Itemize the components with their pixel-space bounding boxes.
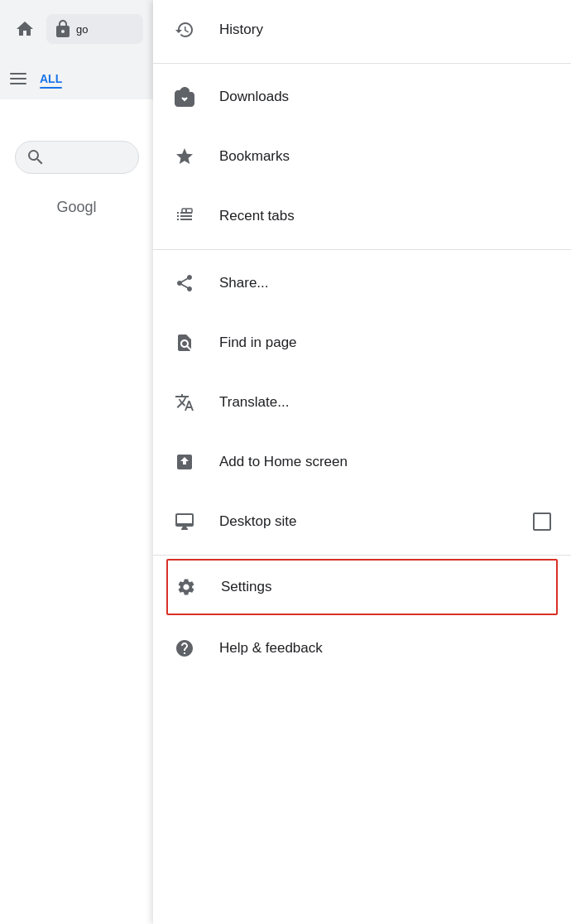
home-icon xyxy=(15,19,35,39)
svg-rect-1 xyxy=(182,209,186,213)
menu-item-bookmarks[interactable]: Bookmarks xyxy=(153,127,571,186)
menu-item-find-in-page[interactable]: Find in page xyxy=(153,313,571,373)
share-icon xyxy=(173,272,196,295)
settings-label: Settings xyxy=(221,579,549,595)
divider-after-desktop-site xyxy=(153,555,571,556)
divider-after-history xyxy=(153,63,571,64)
bookmarks-icon xyxy=(173,145,196,168)
desktop-site-icon xyxy=(173,510,196,533)
recent-tabs-icon xyxy=(173,205,196,228)
search-icon xyxy=(26,147,46,167)
share-label: Share... xyxy=(219,275,551,291)
url-text: go xyxy=(76,23,88,36)
downloads-label: Downloads xyxy=(219,89,551,105)
find-in-page-label: Find in page xyxy=(219,334,551,351)
history-label: History xyxy=(219,22,551,38)
settings-icon xyxy=(175,575,198,599)
search-bar[interactable] xyxy=(15,141,139,174)
menu-item-share[interactable]: Share... xyxy=(153,253,571,313)
google-text: Googl xyxy=(56,199,96,216)
bookmarks-label: Bookmarks xyxy=(219,148,551,165)
all-tab[interactable]: ALL xyxy=(40,72,62,85)
menu-item-add-home[interactable]: Add to Home screen xyxy=(153,432,571,492)
menu-item-recent-tabs[interactable]: Recent tabs xyxy=(153,186,571,246)
help-icon xyxy=(173,637,196,660)
recent-tabs-label: Recent tabs xyxy=(219,208,551,224)
content-panel: Googl xyxy=(0,99,153,924)
menu-item-settings[interactable]: Settings xyxy=(166,559,558,615)
hamburger-menu[interactable] xyxy=(10,73,26,84)
downloads-icon xyxy=(173,85,196,108)
find-in-page-icon xyxy=(173,331,196,354)
menu-item-history[interactable]: History xyxy=(153,0,571,60)
top-bar: go xyxy=(0,0,153,58)
lock-icon xyxy=(53,19,73,39)
dropdown-menu: History Downloads Bookmarks xyxy=(153,0,571,924)
translate-icon xyxy=(173,391,196,414)
menu-item-desktop-site[interactable]: Desktop site xyxy=(153,492,571,551)
desktop-site-checkbox[interactable] xyxy=(533,513,551,531)
translate-label: Translate... xyxy=(219,394,551,411)
svg-rect-0 xyxy=(186,209,192,213)
home-button[interactable] xyxy=(10,14,40,44)
help-label: Help & feedback xyxy=(219,640,551,657)
add-home-label: Add to Home screen xyxy=(219,454,551,470)
history-icon xyxy=(173,18,196,41)
menu-item-translate[interactable]: Translate... xyxy=(153,373,571,432)
menu-item-downloads[interactable]: Downloads xyxy=(153,67,571,127)
add-home-icon xyxy=(173,450,196,474)
address-bar[interactable]: go xyxy=(46,14,143,44)
menu-item-help[interactable]: Help & feedback xyxy=(153,618,571,678)
desktop-site-label: Desktop site xyxy=(219,513,510,530)
divider-after-recent-tabs xyxy=(153,249,571,250)
nav-bar: ALL xyxy=(0,58,153,99)
